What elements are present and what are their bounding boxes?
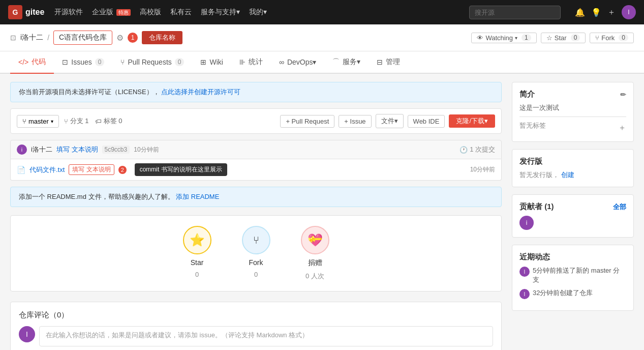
nav-private-cloud[interactable]: 私有云 — [170, 8, 192, 17]
clone-button[interactable]: 克隆/下载▾ — [449, 114, 495, 128]
tab-issues[interactable]: ⊡ Issues 0 — [54, 51, 112, 74]
create-release-link[interactable]: 创建 — [561, 171, 574, 179]
right-panel: 简介 ✏ 这是一次测试 暂无标签 ＋ 发行版 暂无发行版， 创建 贡献者 (1) — [512, 82, 634, 350]
code-icon: </> — [18, 58, 28, 66]
release-title: 发行版 — [519, 157, 626, 166]
activity-item-0: I 5分钟前推送了新的 master 分支 — [519, 266, 626, 284]
tab-pull-requests[interactable]: ⑂ Pull Requests 0 — [112, 51, 192, 74]
search-input[interactable] — [469, 6, 561, 19]
repo-name[interactable]: C语言代码仓库 — [53, 31, 112, 45]
logo[interactable]: G gitee — [8, 5, 44, 19]
stat-star[interactable]: ⭐ Star 0 — [183, 226, 211, 281]
fork-circle-icon: ⑂ — [242, 226, 270, 254]
commit-count[interactable]: 🕐 1 次提交 — [459, 145, 495, 154]
repo-owner[interactable]: i洛十二 — [20, 33, 43, 42]
fork-button[interactable]: ⑂ Fork 0 — [590, 33, 634, 43]
tab-stats[interactable]: ⊪ 统计 — [231, 51, 271, 74]
plus-icon[interactable]: ＋ — [607, 7, 616, 18]
commit-message[interactable]: 填写 文本说明 — [56, 145, 98, 154]
watch-button[interactable]: 👁 Watching ▾ 1 — [471, 33, 536, 43]
star-count: 0 — [571, 34, 580, 41]
bell-icon[interactable]: 🔔 — [575, 8, 585, 17]
commit-hash[interactable]: 5c9ccb3 — [102, 145, 130, 154]
navbar-actions: 🔔 💡 ＋ I — [575, 5, 636, 19]
nav-services[interactable]: 服务与支持▾ — [201, 8, 240, 17]
stat-fork[interactable]: ⑂ Fork 0 — [242, 226, 270, 281]
contributors-title: 贡献者 (1) 全部 — [519, 202, 626, 212]
branch-count: ⑂ 分支 1 — [64, 116, 89, 126]
left-panel: 你当前开源项目尚未选择许可证（LICENSE）， 点此选择并创建开源许可可 ⑂ … — [10, 82, 502, 350]
nav-open-source[interactable]: 开源软件 — [54, 8, 83, 17]
contributor-avatar[interactable]: i — [519, 216, 534, 230]
contributors-section: 贡献者 (1) 全部 i — [512, 194, 634, 238]
fork-stat-count: 0 — [254, 271, 258, 278]
tag-count: 🏷 标签 0 — [95, 116, 122, 126]
contributors-all-link[interactable]: 全部 — [613, 202, 626, 212]
license-banner-text: 你当前开源项目尚未选择许可证（LICENSE）， — [19, 88, 160, 96]
wiki-icon: ⊞ — [200, 58, 206, 66]
user-avatar[interactable]: I — [622, 5, 636, 19]
readme-banner-text: 添加一个 README.md 文件，帮助感兴趣的人了解。 — [19, 193, 174, 200]
tag-placeholder: 暂无标签 — [519, 121, 546, 130]
recent-activity-title: 近期动态 — [519, 252, 626, 262]
watch-label: Watching — [485, 34, 513, 42]
tag-icon: 🏷 — [95, 118, 102, 125]
web-ide-button[interactable]: Web IDE — [408, 115, 445, 128]
tooltip-bubble: commit 书写的说明在这里展示 — [135, 163, 227, 176]
settings-icon[interactable]: ⚙ — [116, 33, 124, 43]
logo-icon: G — [8, 5, 22, 19]
tab-code[interactable]: </> 代码 — [10, 51, 54, 74]
watch-dropdown-icon: ▾ — [515, 35, 517, 41]
readme-banner-link[interactable]: 添加 README — [176, 193, 219, 200]
issue-button[interactable]: + Issue — [339, 115, 371, 128]
star-button[interactable]: ☆ Star 0 — [541, 33, 586, 43]
recent-activity-section: 近期动态 I 5分钟前推送了新的 master 分支 I 32分钟前创建了仓库 — [512, 245, 634, 311]
star-circle-icon: ⭐ — [183, 226, 211, 254]
license-banner-link[interactable]: 点此选择并创建开源许可可 — [161, 88, 240, 96]
nav-mine[interactable]: 我的▾ — [249, 8, 267, 17]
fork-stat-label: Fork — [249, 258, 263, 267]
manage-icon: ⊟ — [377, 58, 383, 66]
file-button[interactable]: 文件▾ — [376, 114, 404, 128]
tab-wiki[interactable]: ⊞ Wiki — [192, 51, 231, 74]
tab-manage[interactable]: ⊟ 管理 — [369, 51, 408, 74]
branch-bar: ⑂ master ▾ ⑂ 分支 1 🏷 标签 0 + Pull Request … — [10, 108, 502, 134]
fork-count: 0 — [619, 34, 628, 41]
star-icon: ☆ — [546, 34, 553, 42]
tab-devops[interactable]: ∞ DevOps▾ — [271, 51, 325, 74]
navbar: G gitee 开源软件 企业版 特惠 高校版 私有云 服务与支持▾ 我的▾ 🔔… — [0, 0, 644, 24]
commit-row: i i洛十二 填写 文本说明 5c9ccb3 10分钟前 🕐 1 次提交 — [10, 140, 502, 159]
add-tag-icon[interactable]: ＋ — [618, 123, 626, 133]
file-time: 10分钟前 — [470, 165, 495, 174]
activity-avatar-1: I — [519, 289, 530, 299]
light-icon[interactable]: 💡 — [591, 8, 601, 17]
pr-icon: ⑂ — [120, 58, 125, 66]
activity-text-1: 32分钟前创建了仓库 — [533, 288, 593, 298]
review-avatar: I — [19, 326, 35, 342]
branch-selector[interactable]: ⑂ master ▾ — [17, 115, 59, 128]
file-commit-message[interactable]: 填写 文本说明 — [69, 164, 114, 175]
pull-request-button[interactable]: + Pull Request — [280, 115, 334, 128]
fork-label: Fork — [601, 34, 615, 42]
activity-item-1: I 32分钟前创建了仓库 — [519, 288, 626, 299]
release-section: 发行版 暂无发行版， 创建 — [512, 149, 634, 187]
nav-enterprise[interactable]: 企业版 特惠 — [92, 8, 131, 17]
readme-banner: 添加一个 README.md 文件，帮助感兴趣的人了解。 添加 README — [10, 187, 502, 207]
review-input[interactable]: 在此输入你想说的话，如果是问题或者建议，请添加 issue。（评论支持 Mark… — [39, 326, 493, 346]
issues-icon: ⊡ — [62, 58, 68, 66]
navbar-search-wrap — [469, 6, 561, 19]
repo-cta-button[interactable]: 仓库名称 — [142, 31, 182, 44]
fork-icon: ⑂ — [595, 34, 599, 42]
edit-icon[interactable]: ✏ — [620, 91, 626, 99]
file-name[interactable]: 代码文件.txt — [29, 165, 65, 174]
nav-university[interactable]: 高校版 — [140, 8, 161, 17]
branch-icon: ⑂ — [22, 118, 26, 125]
watch-count: 1 — [522, 34, 531, 41]
repo-header-actions: 👁 Watching ▾ 1 ☆ Star 0 ⑂ Fork 0 — [471, 33, 634, 43]
stat-donate[interactable]: 💝 捐赠 0 人次 — [301, 226, 329, 281]
branch-actions: + Pull Request + Issue 文件▾ Web IDE 克隆/下载… — [280, 114, 495, 128]
activity-avatar-0: I — [519, 267, 530, 277]
star-stat-label: Star — [191, 258, 204, 267]
main-content: 你当前开源项目尚未选择许可证（LICENSE）， 点此选择并创建开源许可可 ⑂ … — [0, 74, 644, 350]
tab-services[interactable]: ⌒ 服务▾ — [324, 51, 369, 74]
